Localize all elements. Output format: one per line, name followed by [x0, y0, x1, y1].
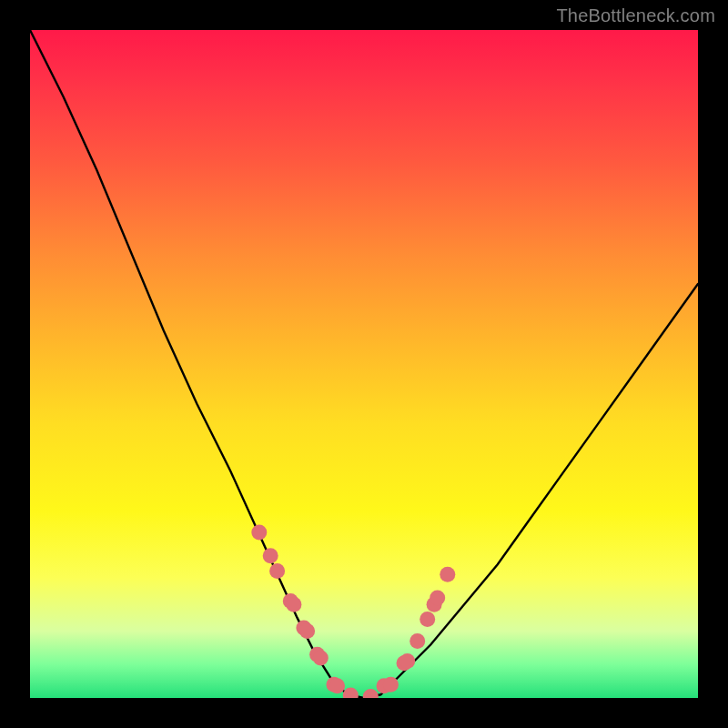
bottleneck-curve: [30, 30, 698, 698]
data-point: [299, 623, 315, 639]
data-point: [430, 590, 445, 605]
data-point: [286, 597, 301, 612]
data-point: [251, 525, 267, 541]
chart-svg: [30, 30, 698, 698]
plot-area: [30, 30, 698, 698]
data-point: [410, 633, 425, 649]
data-point: [420, 612, 435, 627]
data-point: [440, 567, 455, 582]
data-point: [269, 563, 285, 579]
data-point: [363, 689, 379, 698]
data-point: [263, 548, 278, 563]
data-point: [383, 677, 399, 693]
watermark-text: TheBottleneck.com: [556, 5, 715, 26]
data-point: [313, 651, 329, 666]
data-point: [399, 653, 415, 669]
data-point: [329, 678, 345, 693]
data-points: [251, 525, 455, 699]
data-point: [343, 688, 359, 698]
chart-stage: TheBottleneck.com: [0, 0, 728, 728]
